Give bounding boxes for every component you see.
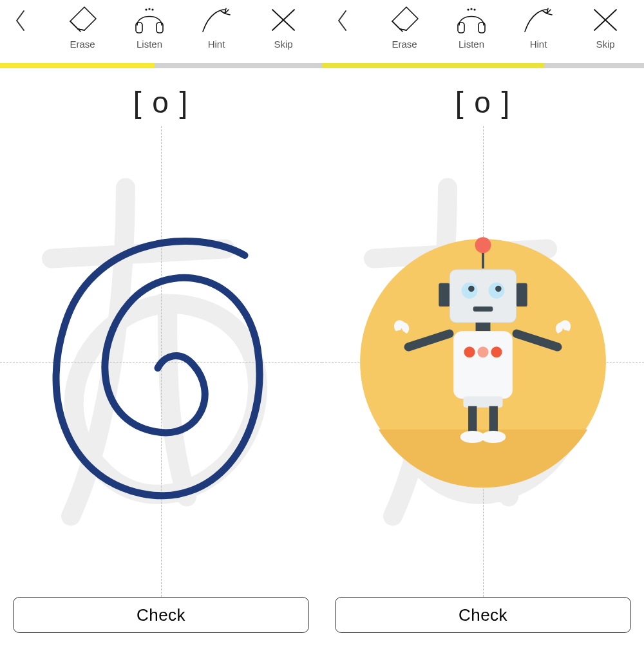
erase-button[interactable]: Erase [379,3,430,50]
svg-rect-30 [468,406,477,433]
svg-point-25 [477,346,488,357]
headphones-icon [130,3,169,37]
svg-rect-15 [450,269,516,322]
svg-point-3 [149,8,150,10]
svg-rect-22 [476,322,491,330]
user-stroke [0,126,322,597]
cross-icon [586,3,625,37]
svg-point-9 [474,9,475,10]
chevron-left-icon [336,9,349,35]
svg-point-19 [468,285,475,292]
back-button[interactable] [6,3,35,41]
svg-rect-14 [516,283,527,306]
skip-button[interactable]: Skip [258,3,309,50]
drawing-canvas[interactable] [0,126,322,597]
skip-label: Skip [274,39,292,50]
prompt-text: [ o ] [0,85,322,120]
hint-button[interactable]: Hint [513,3,564,50]
listen-label: Listen [459,39,484,50]
svg-rect-13 [439,283,450,306]
svg-point-24 [464,346,475,357]
chevron-left-icon [14,9,27,35]
skip-button[interactable]: Skip [580,3,631,50]
toolbar: Erase Listen Hint [322,0,644,63]
erase-label: Erase [392,39,417,50]
check-button[interactable]: Check [13,597,309,633]
svg-point-12 [475,237,491,253]
svg-point-7 [468,9,469,10]
hint-label: Hint [530,39,547,50]
progress-fill [322,63,544,68]
erase-button[interactable]: Erase [57,3,108,50]
svg-point-33 [481,430,506,442]
cross-icon [264,3,303,37]
listen-label: Listen [137,39,162,50]
wand-icon [519,3,558,37]
prompt-text: [ o ] [322,85,644,120]
skip-label: Skip [596,39,614,50]
toolbar: Erase Listen Hint [0,0,322,63]
svg-point-8 [471,8,472,10]
svg-point-32 [460,430,485,442]
eraser-icon [385,3,424,37]
hint-illustration [322,126,644,597]
svg-rect-21 [473,307,493,312]
progress-bar [0,63,322,68]
svg-point-2 [146,9,147,10]
progress-bar [322,63,644,68]
drawing-canvas[interactable] [322,126,644,597]
svg-rect-31 [489,406,498,433]
erase-label: Erase [70,39,95,50]
svg-point-4 [152,9,153,10]
headphones-icon [452,3,491,37]
listen-button[interactable]: Listen [446,3,497,50]
hint-button[interactable]: Hint [191,3,242,50]
back-button[interactable] [328,3,357,41]
check-button[interactable]: Check [335,597,631,633]
svg-rect-23 [453,331,513,399]
svg-point-20 [495,285,502,292]
svg-point-26 [491,346,502,357]
right-pane: Erase Listen Hint [322,0,644,651]
wand-icon [197,3,236,37]
eraser-icon [63,3,102,37]
hint-label: Hint [208,39,225,50]
progress-fill [0,63,155,68]
left-pane: Erase Listen Hint [0,0,322,651]
listen-button[interactable]: Listen [124,3,175,50]
svg-rect-27 [463,396,502,407]
